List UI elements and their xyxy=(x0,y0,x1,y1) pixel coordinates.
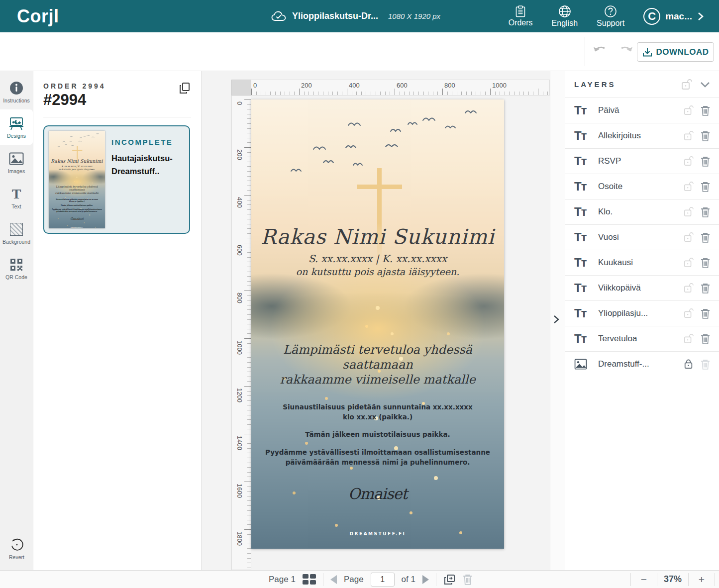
sidebar-item-label: Images xyxy=(8,168,25,174)
design-thumbnail: Rakas Nimi Sukunimi S. xx.xx.xxxx | K. x… xyxy=(49,131,105,228)
trash-icon[interactable] xyxy=(701,181,710,192)
left-tool-rail: Instructions Designs xyxy=(0,71,33,570)
text-layer-icon: Tт xyxy=(574,332,591,346)
sidebar-item-text[interactable]: T Text xyxy=(0,180,33,215)
lock-icon[interactable] xyxy=(684,105,694,116)
lock-icon[interactable] xyxy=(684,156,694,167)
nav-language[interactable]: English xyxy=(552,5,578,28)
trash-icon-disabled xyxy=(701,359,710,370)
revert-button[interactable]: Revert xyxy=(0,531,33,566)
trash-icon[interactable] xyxy=(701,283,710,294)
poster-signature-text: Omaiset xyxy=(49,216,105,220)
poster-name-text[interactable]: Rakas Nimi Sukunimi xyxy=(251,225,504,249)
chevron-down-icon[interactable] xyxy=(700,81,710,88)
nav-orders[interactable]: Orders xyxy=(509,5,533,27)
poster-welcome-text[interactable]: Lämpimästi tervetuloa yhdessäsaattamaanr… xyxy=(251,342,504,388)
text-layer-icon: Tт xyxy=(574,154,591,168)
layer-row-dreamstuff-image[interactable]: Dreamstuff-... xyxy=(565,351,719,377)
copy-order-icon[interactable] xyxy=(179,82,190,94)
question-circle-icon xyxy=(604,5,617,18)
layer-row-klo[interactable]: Tт Klo. xyxy=(565,199,719,224)
sidebar-item-instructions[interactable]: Instructions xyxy=(0,74,33,109)
panel-collapse-rail xyxy=(550,71,565,570)
trash-icon[interactable] xyxy=(701,105,710,116)
poster-rsvp-text[interactable]: Pyydämme ystävällisesti ilmoittamaan osa… xyxy=(251,448,504,467)
pages-overview-icon[interactable] xyxy=(303,574,316,585)
layer-row-ylioppilasju[interactable]: Tт Ylioppilasju... xyxy=(565,300,719,326)
previous-page-button[interactable] xyxy=(330,575,337,584)
qr-code-icon xyxy=(10,257,23,272)
duplicate-page-icon[interactable] xyxy=(443,574,456,586)
layer-row-viikkopaiva[interactable]: Tт Viikkopäivä xyxy=(565,275,719,300)
collapse-layers-icon[interactable] xyxy=(552,314,561,325)
layer-row-allekirjoitus[interactable]: Tт Allekirjoitus xyxy=(565,123,719,148)
chevron-right-icon xyxy=(697,11,704,21)
trash-icon[interactable] xyxy=(701,308,710,319)
layer-row-paiva[interactable]: Tт Päivä xyxy=(565,98,719,123)
sidebar-item-background[interactable]: Background xyxy=(0,215,33,251)
poster-welcome-text: Lämpimästi tervetuloa yhdessäsaattamaanr… xyxy=(49,185,105,195)
ruler-corner xyxy=(231,80,251,96)
zoom-out-button[interactable]: − xyxy=(631,574,657,586)
trash-icon[interactable] xyxy=(701,333,710,344)
text-layer-icon: Tт xyxy=(574,256,591,270)
poster-blessing-text[interactable]: Siunaustilaisuus pidetään sunnuntaina xx… xyxy=(251,402,504,422)
order-divider xyxy=(43,117,191,117)
redo-button[interactable] xyxy=(617,44,633,57)
account-menu[interactable]: C mac... xyxy=(643,8,704,25)
undo-button[interactable] xyxy=(593,44,609,57)
sidebar-item-designs[interactable]: Designs xyxy=(0,109,33,145)
design-name: Hautajaiskutsu-Dreamstuff.. xyxy=(111,152,196,178)
lock-icon[interactable] xyxy=(684,257,694,268)
revert-label: Revert xyxy=(9,554,24,560)
delete-page-icon-disabled xyxy=(463,574,473,585)
trash-icon[interactable] xyxy=(701,206,710,217)
poster-signature-text[interactable]: Omaiset xyxy=(251,485,504,502)
lock-icon[interactable] xyxy=(684,308,694,319)
lock-icon[interactable] xyxy=(684,181,694,192)
sidebar-item-qr-code[interactable]: QR Code xyxy=(0,251,33,286)
lock-icon[interactable] xyxy=(684,333,694,344)
text-tool-icon: T xyxy=(12,187,21,201)
page-of-label: of 1 xyxy=(402,575,415,585)
layers-panel: LAYERS Tт Päivä Tт Allekirjoitus xyxy=(565,71,719,570)
layer-row-osoite[interactable]: Tт Osoite xyxy=(565,174,719,199)
lock-icon[interactable] xyxy=(684,130,694,141)
document-title[interactable]: Ylioppilaskutsu-Dr... xyxy=(292,11,378,21)
layer-row-vuosi[interactable]: Tт Vuosi xyxy=(565,224,719,250)
sidebar-item-images[interactable]: Images xyxy=(0,145,33,180)
nav-support[interactable]: Support xyxy=(597,5,624,28)
lock-all-icon[interactable] xyxy=(681,79,692,91)
poster-memorial-text[interactable]: Tämän jälkeen muistotilaisuus paikka. xyxy=(251,430,504,440)
poster-brand-text: DREAMSTUFF.FI xyxy=(49,227,105,228)
trash-icon[interactable] xyxy=(701,232,710,243)
poster-dates-text[interactable]: S. xx.xx.xxxx | K. xx.xx.xxxx xyxy=(251,253,504,265)
layer-row-kuukausi[interactable]: Tт Kuukausi xyxy=(565,250,719,275)
page-label: Page xyxy=(344,575,364,585)
canvas-area[interactable]: 0 200 400 600 800 1000 0 200 400 600 800… xyxy=(202,71,550,570)
order-label: ORDER 2994 xyxy=(43,82,106,90)
image-icon xyxy=(9,151,24,166)
zoom-in-button[interactable]: + xyxy=(689,574,715,586)
page-number-input[interactable] xyxy=(371,573,395,587)
next-page-button[interactable] xyxy=(422,575,429,584)
poster-called-text[interactable]: on kutsuttu pois ajasta iäisyyteen. xyxy=(251,266,504,277)
layer-row-tervetuloa[interactable]: Tт Tervetuloa xyxy=(565,326,719,351)
design-card[interactable]: Rakas Nimi Sukunimi S. xx.xx.xxxx | K. x… xyxy=(43,125,190,234)
poster-memorial-text: Tämän jälkeen muistotilaisuus paikka. xyxy=(49,204,105,206)
text-layer-icon: Tт xyxy=(574,281,591,295)
image-layer-icon xyxy=(574,359,591,370)
download-button[interactable]: DOWNLOAD xyxy=(637,42,714,62)
lock-closed-icon[interactable] xyxy=(684,359,694,370)
trash-icon[interactable] xyxy=(701,156,710,167)
design-canvas-page[interactable]: Rakas Nimi Sukunimi S. xx.xx.xxxx | K. x… xyxy=(251,99,504,549)
layer-row-rsvp[interactable]: Tт RSVP xyxy=(565,148,719,174)
trash-icon[interactable] xyxy=(701,130,710,141)
trash-icon[interactable] xyxy=(701,257,710,268)
lock-icon[interactable] xyxy=(684,206,694,217)
lock-icon[interactable] xyxy=(684,232,694,243)
poster-dates-text: S. xx.xx.xxxx | K. xx.xx.xxxx xyxy=(49,165,105,167)
page-indicator: Page 1 xyxy=(269,575,296,585)
lock-icon[interactable] xyxy=(684,283,694,294)
sidebar-item-label: QR Code xyxy=(5,274,27,280)
